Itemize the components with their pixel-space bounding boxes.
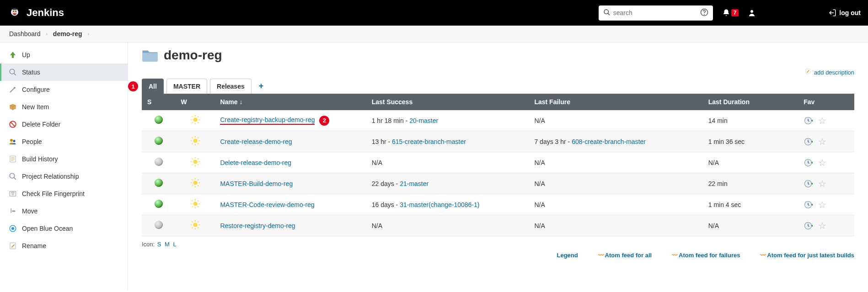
- user-icon: [748, 9, 756, 17]
- notifications-button[interactable]: 7: [722, 9, 739, 17]
- atom-latest-link[interactable]: 〰Atom feed for just latest builds: [760, 252, 854, 259]
- svg-point-39: [193, 138, 197, 143]
- sidebar-item-up[interactable]: Up: [0, 46, 128, 64]
- sidebar-item-people[interactable]: People: [0, 133, 128, 150]
- atom-failures-link[interactable]: 〰Atom feed for failures: [672, 252, 740, 259]
- job-link[interactable]: MASTER-Code-review-demo-reg: [220, 201, 314, 208]
- sidebar-item-rename[interactable]: Rename: [0, 237, 128, 255]
- job-link[interactable]: Restore-registry-demo-reg: [220, 222, 295, 229]
- col-name[interactable]: Name ↓: [214, 94, 366, 110]
- weather-sun-icon[interactable]: [190, 203, 200, 210]
- last-duration-text: 1 min 36 sec: [708, 138, 745, 145]
- schedule-build-button[interactable]: [804, 137, 818, 144]
- last-success-text: 16 days -: [372, 201, 400, 208]
- build-link[interactable]: 31-master(change-10086-1): [400, 201, 479, 208]
- sidebar-item-move[interactable]: Move: [0, 202, 128, 220]
- job-link[interactable]: Create-release-demo-reg: [220, 138, 292, 145]
- svg-line-12: [14, 74, 16, 75]
- user-menu[interactable]: [748, 8, 823, 17]
- favorite-toggle[interactable]: ☆: [818, 115, 826, 126]
- help-icon[interactable]: [700, 8, 708, 18]
- col-last-success[interactable]: Last Success: [366, 94, 529, 110]
- weather-sun-icon[interactable]: [190, 161, 200, 168]
- add-view-button[interactable]: +: [254, 80, 268, 93]
- breadcrumb: Dashboard › demo-reg ›: [0, 26, 868, 42]
- sidebar-item-relationship[interactable]: Project Relationship: [0, 168, 128, 185]
- add-description-link[interactable]: add description: [805, 69, 854, 76]
- svg-line-80: [198, 201, 198, 202]
- search-box[interactable]: [599, 5, 713, 21]
- status-ball-icon[interactable]: [155, 137, 163, 145]
- svg-point-21: [10, 173, 15, 178]
- svg-line-79: [192, 207, 193, 207]
- iconsize-s[interactable]: S: [157, 241, 161, 248]
- sidebar-item-blueocean[interactable]: Open Blue Ocean: [0, 220, 128, 237]
- weather-sun-icon[interactable]: [190, 119, 200, 126]
- people-icon: [8, 138, 17, 146]
- logout-button[interactable]: log out: [828, 9, 861, 17]
- build-link[interactable]: 608-create-branch-master: [572, 138, 646, 145]
- breadcrumb-current[interactable]: demo-reg: [53, 30, 82, 37]
- job-link[interactable]: MASTER-Build-demo-reg: [220, 180, 293, 187]
- favorite-toggle[interactable]: ☆: [818, 199, 826, 210]
- status-ball-icon[interactable]: [155, 200, 163, 208]
- sidebar-item-delete[interactable]: Delete Folder: [0, 116, 128, 133]
- last-success-text: N/A: [372, 222, 382, 229]
- sidebar-item-status[interactable]: Status: [0, 64, 128, 81]
- sidebar-item-history[interactable]: Build History: [0, 150, 128, 168]
- last-success-text: 13 hr -: [372, 138, 392, 145]
- jenkins-logo[interactable]: Jenkins: [7, 5, 64, 20]
- status-ball-icon[interactable]: [155, 116, 163, 124]
- weather-sun-icon[interactable]: [190, 182, 200, 189]
- favorite-toggle[interactable]: ☆: [818, 136, 826, 147]
- status-ball-icon[interactable]: [155, 221, 163, 229]
- favorite-toggle[interactable]: ☆: [818, 178, 826, 189]
- iconsize-l[interactable]: L: [173, 241, 177, 248]
- job-link[interactable]: Create-registry-backup-demo-reg: [220, 116, 315, 125]
- weather-sun-icon[interactable]: [190, 140, 200, 147]
- svg-point-61: [193, 181, 197, 185]
- sidebar-item-fingerprint[interactable]: Check File Fingerprint: [0, 185, 128, 202]
- job-link[interactable]: Delete-release-demo-reg: [220, 159, 291, 166]
- build-link[interactable]: 20-master: [409, 117, 438, 124]
- schedule-build-button[interactable]: [804, 179, 818, 186]
- tab-all[interactable]: All: [142, 79, 164, 94]
- col-fav[interactable]: Fav: [798, 94, 854, 110]
- favorite-toggle[interactable]: ☆: [818, 220, 826, 231]
- breadcrumb-dashboard[interactable]: Dashboard: [9, 30, 41, 37]
- last-failure-text: 7 days 3 hr -: [534, 138, 572, 145]
- col-last-failure[interactable]: Last Failure: [529, 94, 702, 110]
- build-link[interactable]: 615-create-branch-master: [392, 138, 466, 145]
- search-icon: [8, 68, 17, 76]
- status-ball-icon[interactable]: [155, 158, 163, 166]
- sidebar-item-newitem[interactable]: New Item: [0, 98, 128, 116]
- favorite-toggle[interactable]: ☆: [818, 157, 826, 168]
- weather-sun-icon[interactable]: [190, 224, 200, 231]
- sidebar-item-label: Rename: [22, 242, 46, 250]
- legend-link[interactable]: Legend: [557, 252, 578, 259]
- svg-line-57: [192, 165, 193, 165]
- tab-releases[interactable]: Releases: [210, 79, 252, 94]
- schedule-build-button[interactable]: [804, 158, 818, 165]
- svg-point-83: [193, 223, 197, 227]
- svg-point-72: [193, 202, 197, 206]
- col-weather[interactable]: W: [176, 94, 215, 110]
- col-last-duration[interactable]: Last Duration: [703, 94, 798, 110]
- svg-line-35: [192, 122, 193, 123]
- build-link[interactable]: 21-master: [400, 180, 429, 187]
- sidebar-item-configure[interactable]: Configure: [0, 81, 128, 98]
- svg-point-4: [15, 11, 16, 12]
- svg-point-8: [704, 14, 704, 15]
- status-ball-icon[interactable]: [155, 179, 163, 187]
- tab-master[interactable]: MASTER: [166, 79, 207, 94]
- search-input[interactable]: [613, 9, 700, 16]
- view-tabs: 1 All MASTER Releases +: [142, 79, 854, 94]
- sidebar-item-label: Status: [22, 69, 40, 76]
- annotation-2: 2: [319, 116, 329, 126]
- col-status[interactable]: S: [142, 94, 176, 110]
- schedule-build-button[interactable]: [804, 116, 818, 123]
- schedule-build-button[interactable]: [804, 200, 818, 207]
- schedule-build-button[interactable]: [804, 221, 818, 228]
- iconsize-m[interactable]: M: [165, 241, 170, 248]
- atom-all-link[interactable]: 〰Atom feed for all: [598, 252, 652, 259]
